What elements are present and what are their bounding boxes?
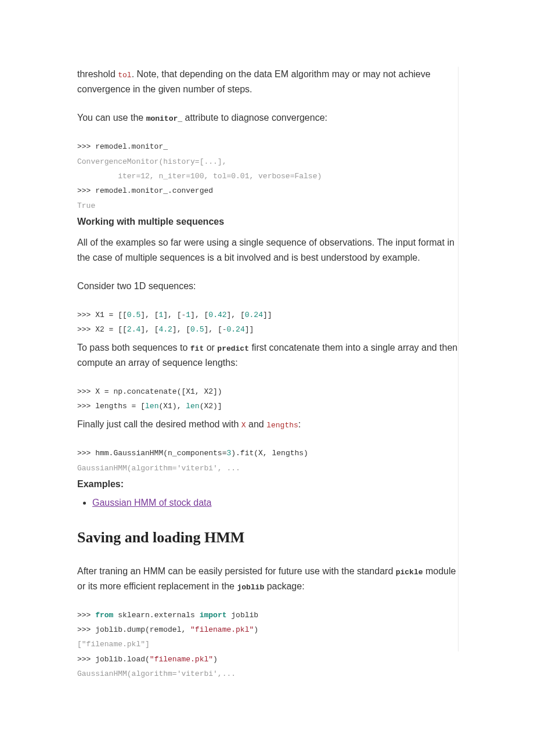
code-tol: tol (118, 71, 131, 80)
heading-examples: Examples: (77, 479, 459, 489)
code-line: ConvergenceMonitor(history=[...], (77, 157, 226, 166)
text: Finally just call the desired method wit… (77, 419, 241, 429)
code-line: True (77, 201, 95, 210)
code-block-monitor: >>> remodel.monitor_ ConvergenceMonitor(… (77, 139, 459, 213)
heading-multiple-sequences: Working with multiple sequences (77, 217, 459, 227)
paragraph-concat: To pass both sequences to fit or predict… (77, 340, 459, 370)
code-block-fit: >>> hmm.GaussianHMM(n_components=3).fit(… (77, 446, 459, 476)
code-line: >>> from sklearn.externals import joblib (77, 611, 258, 620)
code-line: >>> X = np.concatenate([X1, X2]) (77, 387, 222, 396)
list-item: Gaussian HMM of stock data (92, 498, 459, 508)
paragraph-threshold: threshold tol. Note, that depending on t… (77, 67, 459, 96)
heading-saving-loading: Saving and loading HMM (77, 529, 459, 546)
text: package: (264, 581, 304, 591)
page-content: threshold tol. Note, that depending on t… (0, 0, 534, 756)
text: You can use the (77, 113, 146, 123)
code-line: >>> remodel.monitor_ (77, 142, 168, 151)
code-line: >>> remodel.monitor_.converged (77, 186, 213, 195)
code-fit: fit (190, 344, 204, 353)
code-block-sequences: >>> X1 = [[0.5], [1], [-1], [0.42], [0.2… (77, 308, 459, 337)
paragraph-saving: After traning an HMM can be easily persi… (77, 564, 459, 594)
code-block-joblib: >>> from sklearn.externals import joblib… (77, 608, 459, 682)
text: threshold (77, 69, 118, 79)
code-line: GaussianHMM(algorithm='viterbi',... (77, 669, 236, 678)
code-line: >>> joblib.load("filename.pkl") (77, 655, 218, 664)
link-gaussian-hmm[interactable]: Gaussian HMM of stock data (92, 498, 211, 507)
code-line: iter=12, n_iter=100, tol=0.01, verbose=F… (77, 172, 322, 181)
code-monitor: monitor_ (146, 114, 182, 123)
text: or (204, 343, 217, 352)
code-line: ["filename.pkl"] (77, 640, 150, 649)
text: attribute to diagnose convergence: (182, 113, 327, 123)
code-line: GaussianHMM(algorithm='viterbi', ... (77, 464, 240, 473)
code-line: >>> joblib.dump(remodel, "filename.pkl") (77, 625, 258, 634)
text: : (298, 419, 301, 429)
code-x: X (241, 421, 246, 430)
paragraph-monitor: You can use the monitor_ attribute to di… (77, 110, 459, 125)
code-lengths: lengths (266, 421, 298, 430)
code-joblib: joblib (237, 583, 264, 592)
code-predict: predict (217, 344, 249, 353)
text: and (246, 419, 267, 429)
text: To pass both sequences to (77, 343, 190, 352)
text: After traning an HMM can be easily persi… (77, 566, 396, 576)
code-line: >>> lengths = [len(X1), len(X2)] (77, 402, 222, 411)
paragraph-finally: Finally just call the desired method wit… (77, 417, 459, 432)
code-block-concat: >>> X = np.concatenate([X1, X2]) >>> len… (77, 384, 459, 414)
paragraph-multi-intro: All of the examples so far were using a … (77, 235, 459, 265)
code-pickle: pickle (396, 568, 423, 577)
examples-list: Gaussian HMM of stock data (77, 498, 459, 508)
code-line: >>> hmm.GaussianHMM(n_components=3).fit(… (77, 449, 308, 458)
paragraph-consider: Consider two 1D sequences: (77, 279, 459, 294)
